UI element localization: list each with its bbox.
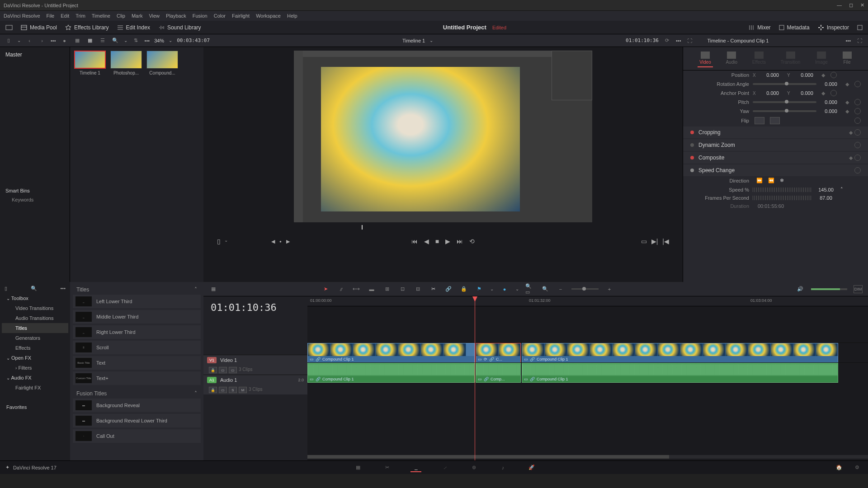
dim-button[interactable]: DIM	[854, 285, 863, 293]
yaw-value[interactable]: 0.000	[820, 108, 842, 114]
audio-clip-3[interactable]: ▭🔗Compound Clip 1	[522, 363, 838, 383]
next-icon[interactable]: ›	[38, 37, 46, 45]
menu-clip[interactable]: Clip	[117, 13, 125, 19]
expand-viewer-icon[interactable]: ⛶	[686, 37, 694, 45]
zoom-out-icon[interactable]: −	[556, 285, 565, 293]
flip-vertical-button[interactable]	[770, 117, 780, 124]
fx-generators[interactable]: Generators	[2, 333, 68, 343]
fx-favorites[interactable]: Favorites	[2, 402, 68, 413]
menu-davinci[interactable]: DaVinci Resolve	[4, 13, 40, 19]
page-edit[interactable]: ⎯	[410, 463, 421, 472]
reset-icon[interactable]	[830, 90, 837, 96]
thumb-small-icon[interactable]: ▦	[73, 37, 81, 45]
fx-titles[interactable]: Titles	[2, 323, 68, 333]
viewer-zoom[interactable]: 34%	[154, 38, 164, 43]
first-frame-button[interactable]: ⏮	[411, 238, 418, 245]
title-item-text[interactable]: Basic TitleText	[73, 356, 201, 370]
prev-icon[interactable]: ‹	[25, 37, 33, 45]
title-item-text-plus[interactable]: Custom TitleText+	[73, 371, 201, 385]
playhead[interactable]	[475, 296, 475, 460]
dynamic-trim-tool[interactable]: ⟷	[352, 285, 361, 293]
home-button[interactable]: 🏠	[834, 463, 844, 472]
speed-change-section[interactable]: Speed Change	[683, 164, 868, 176]
timeline-scrollbar[interactable]	[307, 455, 868, 459]
keyframe-icon[interactable]: ◆	[821, 72, 827, 78]
mark-menu[interactable]: ⌄	[224, 238, 228, 245]
menu-trim[interactable]: Trim	[75, 13, 85, 19]
smart-bins-header[interactable]: Smart Bins	[3, 186, 67, 195]
clip-thumb-photoshop[interactable]	[110, 51, 142, 69]
settings-button[interactable]: ⚙	[852, 463, 863, 472]
fx-bin-view-icon[interactable]: ▯	[5, 286, 7, 291]
sync-icon[interactable]: ⟳	[663, 37, 671, 45]
speed-value[interactable]: 145.00	[815, 187, 837, 192]
replace-tool[interactable]: ⊟	[413, 285, 422, 293]
clip-thumb-compound[interactable]	[146, 51, 178, 69]
fx-search-icon[interactable]: 🔍	[31, 286, 37, 291]
prev-clip-icon[interactable]: |◀	[662, 238, 669, 245]
clip-thumb-timeline1[interactable]	[74, 51, 106, 69]
dynamic-zoom-section[interactable]: Dynamic Zoom	[683, 139, 868, 151]
inspector-tab-audio[interactable]: Audio	[724, 50, 739, 67]
reset-icon[interactable]	[854, 167, 861, 174]
menu-workspace[interactable]: Workspace	[256, 13, 281, 19]
timeline-menu[interactable]: ⌄	[429, 38, 433, 43]
composite-section[interactable]: Composite ◆	[683, 152, 868, 164]
video-clip-1[interactable]: ▭🔗Compound Clip 1	[307, 343, 475, 363]
anchor-x-value[interactable]: 0.000	[762, 90, 783, 96]
keyframe-icon[interactable]: ◆	[849, 130, 854, 135]
page-fusion[interactable]: ⟋	[439, 463, 450, 472]
fx-audiofx[interactable]: ⌄ Audio FX	[2, 373, 68, 383]
yaw-slider[interactable]	[753, 110, 816, 112]
thumb-grid-icon[interactable]: ▦	[86, 37, 94, 45]
maximize-button[interactable]: ◻	[849, 2, 853, 8]
reset-icon[interactable]	[854, 99, 861, 105]
inspector-tab-video[interactable]: Video	[698, 50, 712, 67]
rotation-slider[interactable]	[753, 83, 816, 85]
sound-library-button[interactable]: Sound Library	[158, 24, 201, 31]
volume-icon[interactable]: 🔊	[796, 285, 805, 293]
inspector-expand-icon[interactable]: ⛶	[855, 37, 863, 45]
solo-button[interactable]: S	[229, 387, 237, 393]
reset-icon[interactable]	[854, 117, 861, 124]
video-clip-3[interactable]: ▭🔗Compound Clip 1	[522, 343, 838, 363]
monitor-icon[interactable]	[5, 25, 13, 30]
prev-frame-button[interactable]: ◀	[424, 238, 429, 245]
collapse-icon[interactable]: ˄	[194, 286, 197, 293]
bin-view-menu[interactable]: ⌄	[17, 38, 21, 43]
speed-slider[interactable]	[753, 188, 811, 192]
record-dot-icon[interactable]: ●	[61, 37, 69, 45]
flag-tool[interactable]: ⚑	[475, 285, 484, 293]
play-button[interactable]: ▶	[445, 238, 450, 245]
audio-clip-2[interactable]: ▭🔗Comp...	[476, 363, 521, 383]
ellipsis-button[interactable]: •••	[51, 38, 56, 43]
disable-track-button[interactable]: ▭	[229, 367, 237, 373]
reset-icon[interactable]	[854, 155, 861, 161]
menu-mark[interactable]: Mark	[132, 13, 142, 19]
mark-in-icon[interactable]: ▯	[217, 238, 221, 245]
keyframe-icon[interactable]: ◆	[845, 99, 851, 105]
reset-icon[interactable]	[854, 129, 861, 136]
fps-slider[interactable]	[753, 196, 811, 200]
zoom-in-icon[interactable]: +	[605, 285, 614, 293]
timeline-ruler[interactable]: 01:00:00:00 01:01:32:00 01:03:04:00	[307, 296, 868, 306]
mixer-button[interactable]: Mixer	[748, 24, 770, 31]
razor-tool[interactable]: ✂	[429, 285, 438, 293]
blade-tool[interactable]: ▬	[367, 285, 376, 293]
page-cut[interactable]: ✂	[382, 463, 392, 472]
menu-edit[interactable]: Edit	[61, 13, 69, 19]
audio-track-badge[interactable]: A1	[207, 377, 217, 383]
fx-effects[interactable]: Effects	[2, 343, 68, 353]
search-icon[interactable]: 🔍	[111, 37, 119, 45]
marker-tool[interactable]: ●	[500, 285, 509, 293]
fps-value[interactable]: 87.00	[815, 195, 837, 201]
reset-icon[interactable]	[854, 81, 861, 87]
loop-button[interactable]: ⟲	[469, 238, 475, 245]
trim-tool[interactable]: ⫽	[336, 285, 345, 293]
fx-openfx[interactable]: ⌄ Open FX	[2, 353, 68, 363]
fusion-title-bg-reveal-lower[interactable]: ▬Background Reveal Lower Third	[73, 414, 201, 427]
volume-slider[interactable]	[811, 288, 847, 290]
reset-icon[interactable]	[854, 142, 861, 148]
video-track-badge[interactable]: V1	[207, 357, 217, 363]
timeline-view-icon[interactable]: ▦	[209, 285, 218, 293]
